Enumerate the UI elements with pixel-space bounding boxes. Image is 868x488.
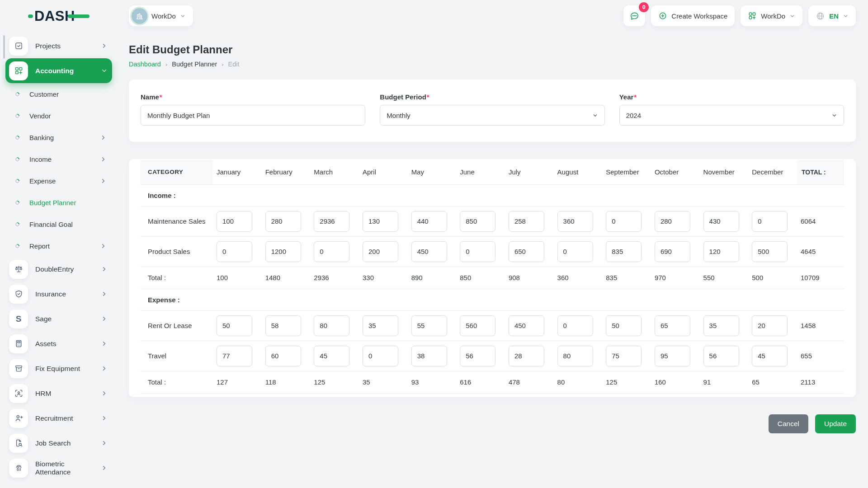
sidebar-item-report[interactable]: Report xyxy=(5,235,112,257)
sidebar-item-banking[interactable]: Banking xyxy=(5,127,112,148)
budget-input-maintenance-sales-january[interactable] xyxy=(217,211,252,232)
total-cell: 330 xyxy=(359,267,408,289)
sidebar-item-label: Budget Planner xyxy=(29,199,76,206)
budget-input-product-sales-january[interactable] xyxy=(217,241,252,262)
logo-accent-dot xyxy=(28,14,33,18)
budget-input-travel-august[interactable] xyxy=(557,346,593,366)
budget-input-travel-june[interactable] xyxy=(460,346,495,366)
sidebar-item-assets[interactable]: Assets xyxy=(5,331,112,356)
sidebar-item-recruitment[interactable]: Recruitment xyxy=(5,406,112,431)
budget-input-travel-july[interactable] xyxy=(509,346,544,366)
budget-input-rent-or-lease-march[interactable] xyxy=(314,315,349,336)
grand-total-cell: 2113 xyxy=(797,371,844,393)
workspace-selector[interactable]: WorkDo xyxy=(129,5,193,26)
total-cell: 125 xyxy=(602,371,651,393)
budget-input-rent-or-lease-july[interactable] xyxy=(509,315,544,336)
row-total: 6064 xyxy=(797,206,844,236)
budget-input-travel-may[interactable] xyxy=(411,346,447,366)
budget-input-product-sales-december[interactable] xyxy=(752,241,788,262)
chevron-down-icon xyxy=(592,113,598,118)
budget-input-maintenance-sales-august[interactable] xyxy=(557,211,593,232)
budget-input-rent-or-lease-february[interactable] xyxy=(265,315,301,336)
total-header: TOTAL : xyxy=(797,160,844,184)
update-button[interactable]: Update xyxy=(815,414,856,433)
budget-input-rent-or-lease-november[interactable] xyxy=(703,315,739,336)
messages-button[interactable]: 0 xyxy=(623,5,645,26)
budget-row-travel: Travel655 xyxy=(141,341,844,371)
budget-input-travel-january[interactable] xyxy=(217,346,252,366)
sidebar-item-vendor[interactable]: Vendor xyxy=(5,105,112,127)
year-select[interactable]: 2024 xyxy=(619,105,844,126)
budget-input-product-sales-june[interactable] xyxy=(460,241,495,262)
total-cell: 2936 xyxy=(310,267,359,289)
sidebar-item-doubleentry[interactable]: DoubleEntry xyxy=(5,257,112,282)
budget-input-rent-or-lease-june[interactable] xyxy=(460,315,495,336)
budget-input-travel-november[interactable] xyxy=(703,346,739,366)
total-cell: 850 xyxy=(456,267,505,289)
breadcrumb-budget-planner[interactable]: Budget Planner xyxy=(172,61,217,68)
budget-input-maintenance-sales-september[interactable] xyxy=(606,211,642,232)
dash-logo[interactable]: DASH xyxy=(28,8,90,24)
name-input[interactable] xyxy=(141,105,365,126)
budget-input-travel-september[interactable] xyxy=(606,346,642,366)
budget-input-rent-or-lease-august[interactable] xyxy=(557,315,593,336)
budget-input-product-sales-november[interactable] xyxy=(703,241,739,262)
budget-input-rent-or-lease-september[interactable] xyxy=(606,315,642,336)
budget-input-rent-or-lease-october[interactable] xyxy=(655,315,690,336)
sidebar-item-expense[interactable]: Expense xyxy=(5,170,112,192)
sidebar-scrollbar[interactable] xyxy=(3,35,5,59)
sidebar-item-biometric-attendance[interactable]: Biometric Attendance xyxy=(5,455,112,480)
workspace-menu[interactable]: WorkDo xyxy=(741,5,802,26)
budget-input-travel-february[interactable] xyxy=(265,346,301,366)
budget-input-maintenance-sales-july[interactable] xyxy=(509,211,544,232)
budget-input-maintenance-sales-october[interactable] xyxy=(655,211,690,232)
sidebar-item-label: DoubleEntry xyxy=(35,265,74,273)
budget-input-rent-or-lease-december[interactable] xyxy=(752,315,788,336)
budget-input-rent-or-lease-may[interactable] xyxy=(411,315,447,336)
budget-input-rent-or-lease-april[interactable] xyxy=(363,315,398,336)
budget-input-product-sales-may[interactable] xyxy=(411,241,447,262)
budget-input-maintenance-sales-february[interactable] xyxy=(265,211,301,232)
total-cell: 908 xyxy=(505,267,554,289)
sidebar-item-sage[interactable]: SSage xyxy=(5,306,112,331)
budget-input-product-sales-september[interactable] xyxy=(606,241,642,262)
sidebar-item-projects[interactable]: Projects xyxy=(5,33,112,58)
budget-input-rent-or-lease-january[interactable] xyxy=(217,315,252,336)
month-header-april: April xyxy=(359,160,408,184)
sidebar-item-financial-goal[interactable]: Financial Goal xyxy=(5,213,112,235)
chevron-right-icon xyxy=(101,315,108,322)
budget-input-maintenance-sales-april[interactable] xyxy=(363,211,398,232)
budget-input-maintenance-sales-november[interactable] xyxy=(703,211,739,232)
total-cell: 478 xyxy=(505,371,554,393)
cancel-button[interactable]: Cancel xyxy=(769,414,808,433)
budget-input-maintenance-sales-december[interactable] xyxy=(752,211,788,232)
sidebar-item-accounting[interactable]: Accounting xyxy=(5,58,112,83)
budget-input-product-sales-april[interactable] xyxy=(363,241,398,262)
budget-input-product-sales-july[interactable] xyxy=(509,241,544,262)
sidebar-item-job-search[interactable]: Job Search xyxy=(5,431,112,455)
budget-input-maintenance-sales-june[interactable] xyxy=(460,211,495,232)
budget-input-travel-march[interactable] xyxy=(314,346,349,366)
budget-input-product-sales-august[interactable] xyxy=(557,241,593,262)
budget-input-maintenance-sales-may[interactable] xyxy=(411,211,447,232)
sidebar-item-hrm[interactable]: HRM xyxy=(5,381,112,406)
archive-box-icon xyxy=(9,359,28,378)
sidebar-item-budget-planner[interactable]: Budget Planner xyxy=(5,192,112,213)
create-workspace-button[interactable]: Create Workspace xyxy=(651,5,735,26)
total-cell: 160 xyxy=(651,371,700,393)
budget-period-select[interactable]: Monthly xyxy=(380,105,604,126)
sidebar-item-fix-equipment[interactable]: Fix Equipment xyxy=(5,356,112,381)
budget-input-product-sales-february[interactable] xyxy=(265,241,301,262)
budget-input-maintenance-sales-march[interactable] xyxy=(314,211,349,232)
budget-input-travel-october[interactable] xyxy=(655,346,690,366)
sidebar-item-customer[interactable]: Customer xyxy=(5,83,112,105)
bullet-icon xyxy=(14,221,20,227)
budget-input-travel-december[interactable] xyxy=(752,346,788,366)
budget-input-product-sales-march[interactable] xyxy=(314,241,349,262)
sidebar-item-insurance[interactable]: Insurance xyxy=(5,282,112,306)
language-selector[interactable]: EN xyxy=(808,5,856,26)
budget-input-travel-april[interactable] xyxy=(363,346,398,366)
breadcrumb-dashboard[interactable]: Dashboard xyxy=(129,61,161,68)
budget-input-product-sales-october[interactable] xyxy=(655,241,690,262)
sidebar-item-income[interactable]: Income xyxy=(5,148,112,170)
